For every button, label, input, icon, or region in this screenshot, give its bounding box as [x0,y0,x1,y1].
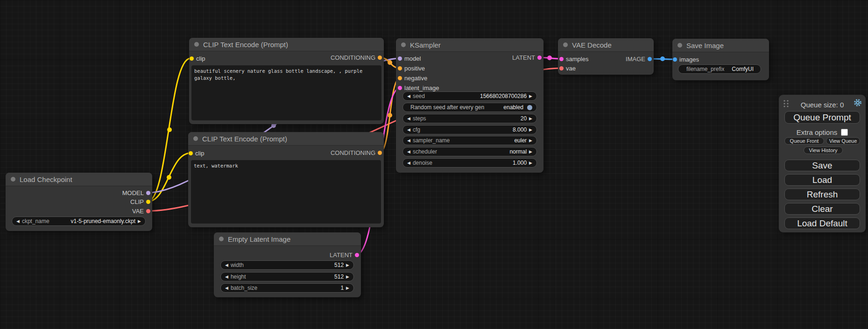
node-title-bar[interactable]: Empty Latent Image [214,232,361,246]
vae-port-icon[interactable] [559,66,564,70]
output-slot-conditioning[interactable]: CONDITIONING [331,53,382,62]
conditioning-port-icon[interactable] [378,151,382,155]
queue-prompt-button[interactable]: Queue Prompt [784,111,860,124]
next-arrow-icon[interactable]: ▶ [346,263,349,267]
clear-button[interactable]: Clear [784,203,860,215]
latent-port-icon[interactable] [559,57,564,61]
input-slot-latent-image[interactable]: latent_image [398,84,439,92]
extra-options-checkbox[interactable] [841,129,848,136]
prev-arrow-icon[interactable]: ◀ [225,275,228,279]
output-slot-vae[interactable]: VAE [132,207,150,215]
node-load-checkpoint[interactable]: Load Checkpoint MODEL CLIP VAE ◀ ckpt_na… [6,173,152,231]
latent-port-icon[interactable] [537,56,542,60]
model-port-icon[interactable] [398,56,402,61]
prev-arrow-icon[interactable]: ◀ [407,139,410,143]
image-port-icon[interactable] [673,57,677,62]
refresh-button[interactable]: Refresh [784,189,860,200]
input-slot-vae[interactable]: vae [559,64,576,72]
conditioning-port-icon[interactable] [378,56,382,60]
input-slot-positive[interactable]: positive [398,64,425,72]
prev-arrow-icon[interactable]: ◀ [407,117,410,121]
next-arrow-icon[interactable]: ▶ [346,275,349,279]
output-slot-clip[interactable]: CLIP [130,197,150,206]
input-slot-clip[interactable]: clip [190,54,205,63]
prev-arrow-icon[interactable]: ◀ [407,94,410,98]
next-arrow-icon[interactable]: ▶ [529,139,532,143]
node-title-bar[interactable]: Load Checkpoint [6,173,152,186]
collapse-dot-icon[interactable] [563,42,568,47]
collapse-dot-icon[interactable] [11,177,15,182]
widget-sampler-name[interactable]: ◀ sampler_name euler ▶ [402,136,537,145]
node-empty-latent-image[interactable]: Empty Latent Image LATENT ◀ width 512 ▶ … [214,232,361,297]
widget-steps[interactable]: ◀ steps 20 ▶ [402,114,537,123]
node-clip-text-encode-negative[interactable]: CLIP Text Encode (Prompt) clip CONDITION… [188,132,384,227]
node-title-bar[interactable]: CLIP Text Encode (Prompt) [188,132,384,146]
node-ksampler[interactable]: KSampler model positive negative latent_… [396,38,543,173]
input-slot-model[interactable]: model [398,54,421,63]
node-vae-decode[interactable]: VAE Decode samples vae IMAGE [558,38,654,75]
save-button[interactable]: Save [784,160,860,171]
image-port-icon[interactable] [648,57,652,61]
prev-arrow-icon[interactable]: ◀ [16,219,20,224]
node-title-bar[interactable]: CLIP Text Encode (Prompt) [189,38,384,51]
widget-batch-size[interactable]: ◀ batch_size 1 ▶ [220,283,354,293]
prev-arrow-icon[interactable]: ◀ [407,150,410,154]
next-arrow-icon[interactable]: ▶ [529,117,532,121]
next-arrow-icon[interactable]: ▶ [529,150,532,154]
load-button[interactable]: Load [784,174,860,186]
vae-port-icon[interactable] [146,209,150,213]
clip-port-icon[interactable] [189,151,193,155]
widget-ckpt-name[interactable]: ◀ ckpt_name v1-5-pruned-emaonly.ckpt ▶ [12,217,146,226]
widget-denoise[interactable]: ◀ denoise 1.000 ▶ [402,158,537,168]
prompt-textarea[interactable]: beautiful scenery nature glass bottle la… [191,65,381,120]
input-slot-clip[interactable]: clip [189,149,205,157]
widget-scheduler[interactable]: ◀ scheduler normal ▶ [402,147,537,156]
next-arrow-icon[interactable]: ▶ [529,161,532,165]
next-arrow-icon[interactable]: ▶ [529,128,532,132]
next-arrow-icon[interactable]: ▶ [529,94,532,98]
node-title-bar[interactable]: KSampler [396,38,543,52]
collapse-dot-icon[interactable] [194,42,199,47]
output-slot-image[interactable]: IMAGE [626,55,652,63]
latent-port-icon[interactable] [398,86,402,90]
next-arrow-icon[interactable]: ▶ [346,286,349,290]
input-slot-images[interactable]: images [673,55,699,63]
node-title-bar[interactable]: VAE Decode [558,38,654,52]
input-slot-negative[interactable]: negative [398,74,427,82]
next-arrow-icon[interactable]: ▶ [138,219,141,224]
prev-arrow-icon[interactable]: ◀ [225,286,228,290]
clip-port-icon[interactable] [146,200,150,204]
collapse-dot-icon[interactable] [193,136,198,141]
conditioning-port-icon[interactable] [398,76,402,80]
widget-width[interactable]: ◀ width 512 ▶ [220,260,354,270]
node-title-bar[interactable]: Save Image [672,39,769,52]
conditioning-port-icon[interactable] [398,66,402,70]
prev-arrow-icon[interactable]: ◀ [407,161,410,165]
prompt-textarea[interactable]: text, watermark [191,160,381,224]
toggle-icon[interactable] [527,105,532,110]
widget-filename-prefix[interactable]: filename_prefix ComfyUI [678,64,761,74]
view-queue-button[interactable]: View Queue [826,137,860,145]
widget-seed[interactable]: ◀ seed 156680208700286 ▶ [402,91,537,101]
widget-cfg[interactable]: ◀ cfg 8.000 ▶ [402,125,537,134]
clip-port-icon[interactable] [190,56,194,61]
node-clip-text-encode-positive[interactable]: CLIP Text Encode (Prompt) clip CONDITION… [189,38,384,124]
widget-height[interactable]: ◀ height 512 ▶ [220,272,354,281]
output-slot-latent[interactable]: LATENT [512,53,542,62]
prev-arrow-icon[interactable]: ◀ [407,128,410,132]
prev-arrow-icon[interactable]: ◀ [225,263,228,267]
output-slot-model[interactable]: MODEL [122,189,150,197]
model-port-icon[interactable] [146,191,150,195]
graph-canvas[interactable]: Load Checkpoint MODEL CLIP VAE ◀ ckpt_na… [0,0,868,329]
input-slot-samples[interactable]: samples [559,55,588,63]
gear-icon[interactable] [853,98,862,107]
output-slot-latent[interactable]: LATENT [330,251,359,259]
widget-random-seed[interactable]: Random seed after every gen enabled [402,103,537,112]
view-history-button[interactable]: View History [804,147,843,154]
queue-front-button[interactable]: Queue Front [784,137,824,145]
load-default-button[interactable]: Load Default [784,217,860,229]
collapse-dot-icon[interactable] [219,237,224,241]
output-slot-conditioning[interactable]: CONDITIONING [331,148,382,157]
latent-port-icon[interactable] [355,253,359,257]
node-save-image[interactable]: Save Image images filename_prefix ComfyU… [672,39,769,80]
